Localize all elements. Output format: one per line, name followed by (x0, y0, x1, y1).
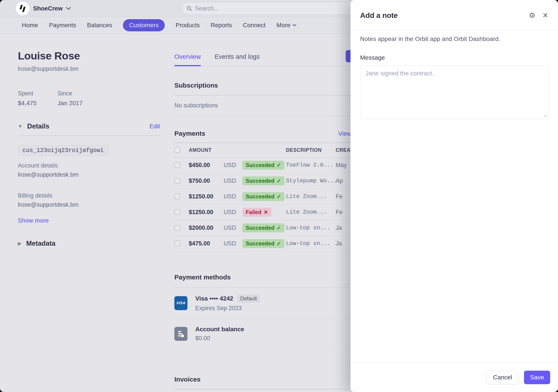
org-switcher[interactable]: ShoeCrew (16, 1, 71, 16)
gear-icon[interactable]: ⚙ (529, 12, 536, 19)
tab-events-and-logs[interactable]: Events and logs (215, 53, 260, 66)
edit-details-link[interactable]: Edit (149, 123, 160, 130)
chevron-down-icon (66, 7, 71, 10)
payments-table-header: AMOUNT DESCRIPTION CREATED (174, 143, 350, 157)
payment-description: Low-top sn... (286, 240, 336, 247)
check-icon: ✓ (277, 193, 281, 200)
row-checkbox[interactable] (174, 194, 180, 199)
payment-row[interactable]: $1250.00 USD Succeeded✓ Lite Zoom... Fe (174, 189, 350, 205)
payment-currency: USD (224, 193, 242, 200)
balance-label: Account balance (195, 326, 244, 333)
search-input[interactable] (195, 5, 362, 12)
payment-created: May (336, 162, 350, 169)
spent-label: Spent (18, 90, 37, 97)
account-balance-row[interactable]: Account balance $0.00 (174, 319, 350, 349)
balance-value: $0.00 (195, 335, 244, 342)
column-header-description: DESCRIPTION (286, 147, 336, 153)
payment-created: Ja (336, 224, 350, 231)
nav-more-label: More (277, 22, 291, 29)
payment-methods-title: Payment methods (174, 273, 350, 281)
payment-row[interactable]: $2000.00 USD Succeeded✓ Low-top sn... Ja (174, 220, 350, 236)
row-checkbox[interactable] (174, 209, 180, 215)
payment-amount: $2000.00 (189, 224, 224, 231)
nav-item-balances[interactable]: Balances (87, 22, 112, 29)
balance-info: Account balance $0.00 (195, 326, 244, 342)
account-details-email: lrose@supportdesk.bm (18, 171, 160, 178)
nav-item-more[interactable]: More (277, 22, 297, 29)
payment-created: Fe (336, 193, 350, 200)
payment-amount: $750.00 (189, 178, 224, 184)
payment-method-card-row[interactable]: VISA Visa •••• 4242 Default Expires Sep … (174, 288, 350, 319)
customer-id-chip[interactable]: cus_123oijq23roijafgowi (18, 145, 108, 156)
nav-item-home[interactable]: Home (22, 22, 38, 29)
status-badge: Succeeded✓ (242, 176, 284, 185)
status-text: Failed (246, 209, 261, 215)
status-badge: Succeeded✓ (242, 239, 284, 248)
payment-currency: USD (224, 178, 242, 184)
cancel-button[interactable]: Cancel (486, 371, 519, 384)
nav-item-connect[interactable]: Connect (243, 22, 265, 29)
save-button[interactable]: Save (524, 371, 550, 384)
metadata-section-header[interactable]: ▶ Metadata (18, 239, 160, 247)
nav-item-payments[interactable]: Payments (49, 22, 76, 29)
details-section-header[interactable]: ▼ Details Edit (18, 122, 160, 130)
payment-description: ToeFlow 2.0... (286, 162, 336, 168)
payment-row[interactable]: $750.00 USD Succeeded✓ Stylepump Wo... A… (174, 173, 350, 189)
payment-description: Lite Zoom... (286, 209, 336, 215)
check-icon: ✓ (277, 240, 281, 247)
status-text: Succeeded (246, 225, 274, 231)
payment-created: Ap (336, 178, 350, 184)
payment-row[interactable]: $475.00 USD Succeeded✓ Low-top sn... Ja (174, 236, 350, 252)
show-more-link[interactable]: Show more (18, 217, 160, 224)
since-value: Jan 2017 (58, 100, 83, 107)
payment-amount: $1250.00 (189, 209, 224, 216)
check-icon: ✓ (277, 162, 281, 168)
tab-overview[interactable]: Overview (174, 53, 201, 66)
customer-sidebar: Louise Rose lrose@supportdesk.bm Spent $… (18, 0, 160, 247)
account-balance-icon (174, 327, 187, 341)
divider (174, 66, 350, 66)
row-checkbox[interactable] (174, 162, 180, 168)
divider (18, 136, 160, 136)
spent-value: $4,475 (18, 100, 37, 107)
subscriptions-title: Subscriptions (174, 81, 350, 89)
status-badge: Succeeded✓ (242, 161, 284, 170)
card-label: Visa •••• 4242 (195, 295, 233, 302)
close-icon[interactable]: ✕ (542, 12, 549, 19)
customer-email: lrose@supportdesk.bm (18, 65, 160, 72)
payments-title: Payments (174, 130, 205, 137)
caret-right-icon: ▶ (18, 239, 21, 247)
details-title: Details (27, 122, 50, 130)
select-all-checkbox[interactable] (174, 147, 180, 153)
check-icon: ✓ (277, 225, 281, 231)
divider (174, 95, 350, 95)
nav-item-reports[interactable]: Reports (210, 22, 232, 29)
payment-row[interactable]: $450.00 USD Succeeded✓ ToeFlow 2.0... Ma… (174, 157, 350, 173)
app-window: ShoeCrew Home Payments Balances Customer… (0, 0, 558, 392)
org-name: ShoeCrew (33, 5, 62, 12)
payment-currency: USD (224, 162, 242, 169)
payment-currency: USD (224, 240, 242, 247)
billing-details-label: Billing details (18, 192, 160, 199)
nav-item-products[interactable]: Products (176, 22, 200, 29)
row-checkbox[interactable] (174, 178, 180, 184)
column-header-amount: AMOUNT (189, 147, 224, 153)
payment-amount: $475.00 (189, 240, 224, 247)
status-text: Succeeded (246, 193, 274, 200)
view-payments-link[interactable]: View (338, 130, 351, 137)
payment-description: Low-top sn... (286, 224, 336, 231)
visa-icon: VISA (174, 296, 187, 310)
stat-since: Since Jan 2017 (58, 90, 83, 107)
row-checkbox[interactable] (174, 225, 180, 231)
search-bar[interactable] (182, 2, 367, 15)
card-expiry: Expires Sep 2023 (195, 305, 260, 312)
message-textarea[interactable] (360, 65, 549, 119)
panel-body: Notes appear in the Orbit app and Orbit … (350, 31, 558, 362)
org-logo-icon (16, 1, 30, 16)
payment-row[interactable]: $1250.00 USD Failed✕ Lite Zoom... Fe (174, 205, 350, 220)
payment-created: Ja (336, 240, 350, 247)
nav-item-customers[interactable]: Customers (123, 19, 165, 31)
payment-currency: USD (224, 224, 242, 231)
divider (174, 389, 350, 389)
row-checkbox[interactable] (174, 241, 180, 246)
